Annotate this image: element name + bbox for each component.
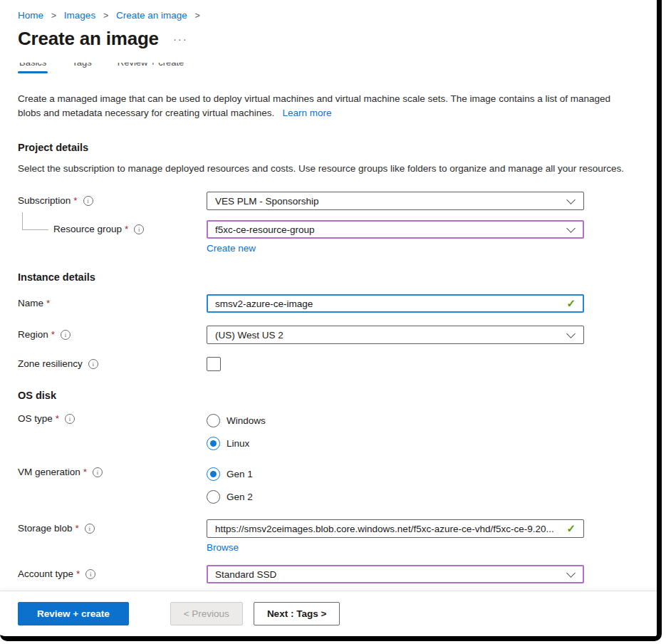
required-asterisk: * bbox=[73, 195, 77, 206]
breadcrumb-home[interactable]: Home bbox=[18, 10, 43, 21]
create-image-page: Home > Images > Create an image > Create… bbox=[0, 0, 662, 641]
account-type-value: Standard SSD bbox=[215, 569, 561, 580]
chevron-down-icon bbox=[566, 195, 576, 204]
breadcrumb: Home > Images > Create an image > bbox=[18, 10, 639, 21]
tab-tags[interactable]: Tags bbox=[71, 63, 93, 73]
name-label: Name bbox=[18, 298, 43, 308]
account-type-label: Account type bbox=[18, 568, 73, 579]
footer-action-bar: Review + create < Previous Next : Tags > bbox=[0, 591, 657, 636]
resource-group-label: Resource group bbox=[53, 224, 122, 234]
info-icon[interactable]: i bbox=[61, 330, 71, 340]
breadcrumb-separator: > bbox=[195, 11, 200, 21]
subscription-dropdown[interactable]: VES PLM - Sponsorship bbox=[207, 192, 584, 210]
region-dropdown[interactable]: (US) West US 2 bbox=[207, 326, 584, 344]
zone-resiliency-checkbox[interactable] bbox=[207, 357, 221, 371]
page-description: Create a managed image that can be used … bbox=[18, 92, 632, 120]
breadcrumb-images[interactable]: Images bbox=[64, 10, 95, 21]
breadcrumb-separator: > bbox=[51, 11, 56, 21]
subscription-value: VES PLM - Sponsorship bbox=[215, 196, 561, 207]
required-asterisk: * bbox=[51, 329, 55, 340]
subscription-label: Subscription bbox=[18, 195, 71, 206]
os-type-windows-label: Windows bbox=[227, 415, 266, 426]
vm-generation-gen1-label: Gen 1 bbox=[227, 469, 253, 479]
radio-gen2[interactable] bbox=[207, 490, 220, 504]
field-row-os-type: OS type * i Windows Linux bbox=[18, 412, 639, 450]
field-row-subscription: Subscription * i VES PLM - Sponsorship bbox=[18, 192, 639, 210]
info-icon[interactable]: i bbox=[85, 569, 95, 579]
info-icon[interactable]: i bbox=[65, 414, 75, 424]
chevron-down-icon bbox=[566, 329, 576, 338]
os-type-label: OS type bbox=[18, 413, 53, 424]
field-row-vm-generation: VM generation * i Gen 1 Gen 2 bbox=[18, 466, 639, 504]
field-row-zone-resiliency: Zone resiliency i bbox=[18, 357, 639, 371]
chevron-down-icon bbox=[566, 224, 576, 233]
review-create-button[interactable]: Review + create bbox=[18, 602, 129, 625]
resource-group-connector-line bbox=[22, 212, 48, 230]
name-input[interactable] bbox=[215, 298, 559, 309]
vm-generation-option-gen1[interactable]: Gen 1 bbox=[207, 467, 584, 481]
vm-generation-option-gen2[interactable]: Gen 2 bbox=[207, 490, 584, 504]
tab-review-create[interactable]: Review + create bbox=[116, 63, 186, 73]
radio-linux[interactable] bbox=[207, 437, 220, 450]
info-icon[interactable]: i bbox=[83, 196, 93, 206]
required-asterisk: * bbox=[83, 467, 87, 477]
section-instance-details: Instance details bbox=[18, 271, 639, 283]
chevron-down-icon bbox=[566, 568, 576, 578]
info-icon[interactable]: i bbox=[93, 467, 103, 477]
storage-blob-label: Storage blob bbox=[18, 523, 73, 534]
valid-check-icon: ✓ bbox=[566, 522, 576, 535]
os-type-linux-label: Linux bbox=[227, 438, 249, 449]
tab-basics-label: Basics bbox=[19, 63, 46, 68]
browse-link[interactable]: Browse bbox=[207, 542, 239, 553]
account-type-dropdown[interactable]: Standard SSD bbox=[207, 565, 584, 583]
field-row-name: Name * ✓ bbox=[18, 294, 639, 313]
section-project-details: Project details bbox=[18, 142, 639, 153]
vm-generation-gen2-label: Gen 2 bbox=[227, 492, 253, 502]
required-asterisk: * bbox=[76, 523, 79, 534]
region-label: Region bbox=[18, 329, 48, 340]
resource-group-dropdown[interactable]: f5xc-ce-resource-group bbox=[207, 220, 584, 239]
tab-basics[interactable]: Basics bbox=[18, 63, 48, 73]
region-value: (US) West US 2 bbox=[215, 330, 561, 341]
required-asterisk: * bbox=[46, 298, 50, 308]
required-asterisk: * bbox=[56, 413, 59, 424]
os-type-option-windows[interactable]: Windows bbox=[207, 414, 584, 427]
field-row-storage-blob: Storage blob * i ✓ Browse bbox=[18, 519, 639, 554]
more-menu-icon[interactable]: ··· bbox=[173, 33, 188, 45]
radio-gen1[interactable] bbox=[207, 467, 220, 481]
field-row-resource-group: Resource group * i f5xc-ce-resource-grou… bbox=[18, 220, 639, 254]
resource-group-value: f5xc-ce-resource-group bbox=[215, 224, 561, 235]
section-os-disk: OS disk bbox=[18, 390, 639, 401]
next-tags-button[interactable]: Next : Tags > bbox=[254, 602, 340, 625]
vm-generation-label: VM generation bbox=[18, 467, 80, 477]
project-details-description: Select the subscription to manage deploy… bbox=[18, 162, 627, 176]
required-asterisk: * bbox=[125, 224, 128, 234]
previous-button[interactable]: < Previous bbox=[170, 602, 243, 625]
project-form: Subscription * i VES PLM - Sponsorship R… bbox=[18, 192, 639, 254]
valid-check-icon: ✓ bbox=[566, 297, 576, 310]
breadcrumb-separator: > bbox=[103, 11, 108, 21]
os-type-option-linux[interactable]: Linux bbox=[207, 437, 584, 450]
info-icon[interactable]: i bbox=[85, 524, 95, 534]
info-icon[interactable]: i bbox=[134, 224, 144, 234]
name-input-wrapper: ✓ bbox=[207, 294, 584, 313]
tab-tags-label: Tags bbox=[72, 63, 91, 68]
tab-bar: Basics Tags Review + create bbox=[18, 63, 639, 73]
os-disk-form: OS type * i Windows Linux bbox=[18, 412, 639, 583]
radio-windows[interactable] bbox=[207, 414, 220, 427]
breadcrumb-create-an-image[interactable]: Create an image bbox=[116, 10, 187, 21]
page-title: Create an image bbox=[18, 28, 159, 50]
required-asterisk: * bbox=[76, 568, 80, 579]
learn-more-link[interactable]: Learn more bbox=[282, 108, 331, 118]
field-row-region: Region * i (US) West US 2 bbox=[18, 326, 639, 344]
storage-blob-input[interactable] bbox=[215, 524, 559, 534]
storage-blob-input-wrapper: ✓ bbox=[207, 519, 584, 538]
zone-resiliency-label: Zone resiliency bbox=[18, 358, 83, 369]
field-row-account-type: Account type * i Standard SSD bbox=[18, 565, 639, 583]
tab-review-create-label: Review + create bbox=[118, 63, 184, 68]
instance-form: Name * ✓ Region * i ( bbox=[18, 294, 639, 371]
create-new-link[interactable]: Create new bbox=[207, 243, 256, 254]
info-icon[interactable]: i bbox=[88, 359, 98, 369]
